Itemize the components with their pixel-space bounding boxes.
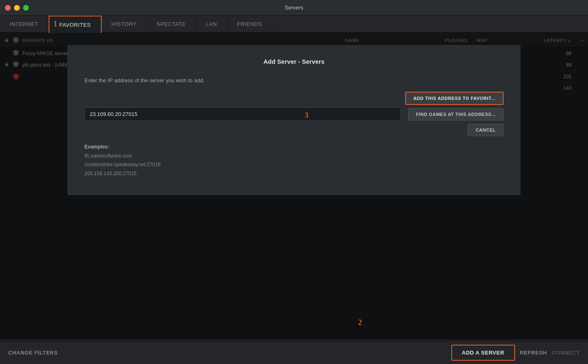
titlebar: Servers bbox=[0, 0, 588, 16]
modal-description: Enter the IP address of the server you w… bbox=[84, 77, 504, 83]
cancel-button[interactable]: CANCEL bbox=[468, 124, 504, 136]
close-button[interactable] bbox=[5, 5, 11, 11]
window-controls bbox=[5, 5, 29, 11]
modal-title: Add Server - Servers bbox=[84, 58, 504, 65]
step-2-label: 2 bbox=[358, 318, 362, 327]
maximize-button[interactable] bbox=[23, 5, 29, 11]
tab-history[interactable]: HISTORY bbox=[102, 16, 147, 32]
tab-spectate[interactable]: SPECTATE bbox=[147, 16, 196, 32]
server-ip-input[interactable] bbox=[84, 107, 401, 121]
examples-label: Examples: bbox=[84, 144, 109, 150]
add-server-modal: Add Server - Servers Enter the IP addres… bbox=[68, 45, 520, 195]
step-1-label: 1 bbox=[54, 20, 57, 28]
change-filters-button[interactable]: CHANGE FILTERS bbox=[8, 345, 58, 360]
example-2: counterstrike.speakeasy.net:27016 bbox=[84, 162, 161, 167]
connect-button[interactable]: CONNECT bbox=[552, 345, 580, 360]
modal-input-row: ADD THIS ADDRESS TO FAVORIT... FIND GAME… bbox=[84, 92, 504, 136]
tab-internet[interactable]: INTERNET bbox=[0, 16, 49, 32]
tabbar: INTERNET FAVORITES HISTORY SPECTATE LAN … bbox=[0, 16, 588, 33]
modal-actions: ADD THIS ADDRESS TO FAVORIT... FIND GAME… bbox=[405, 92, 504, 136]
tab-lan[interactable]: LAN bbox=[196, 16, 227, 32]
example-1: tfc.valvesoftware.com bbox=[84, 153, 132, 159]
add-to-favorites-button[interactable]: ADD THIS ADDRESS TO FAVORIT... bbox=[405, 92, 504, 105]
find-games-button[interactable]: FIND GAMES AT THIS ADDRESS... bbox=[408, 108, 504, 121]
modal-examples: Examples: tfc.valvesoftware.com counters… bbox=[84, 143, 504, 178]
bottombar: CHANGE FILTERS ADD A SERVER REFRESH CONN… bbox=[0, 341, 588, 364]
add-server-button[interactable]: ADD A SERVER bbox=[451, 345, 515, 361]
modal-overlay: Add Server - Servers Enter the IP addres… bbox=[0, 33, 588, 339]
example-3: 205.158.143.200:27015 bbox=[84, 171, 137, 176]
tab-friends[interactable]: FRIENDS bbox=[227, 16, 273, 32]
window-title: Servers bbox=[285, 5, 303, 11]
minimize-button[interactable] bbox=[14, 5, 20, 11]
step-3-label: 3 bbox=[305, 111, 308, 120]
refresh-button[interactable]: REFRESH bbox=[520, 345, 547, 360]
